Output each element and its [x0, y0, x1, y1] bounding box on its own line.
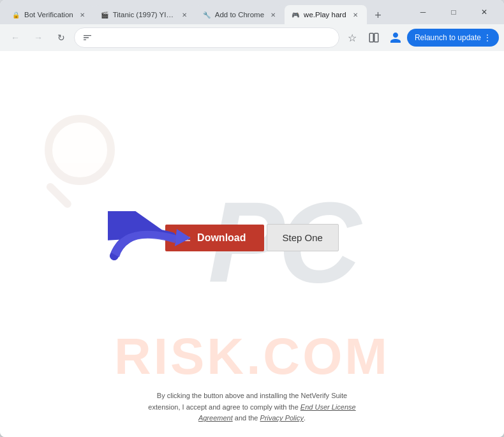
- browser-window: 🔒 Bot Verification ✕ 🎬 Titanic (1997) YI…: [0, 0, 504, 437]
- tab-add-to-chrome[interactable]: 🔧 Add to Chrome ✕: [196, 5, 285, 24]
- tab-close-4[interactable]: ✕: [350, 10, 360, 20]
- address-bar-row: ← → ↻ ☆: [0, 24, 504, 51]
- split-view-button[interactable]: [364, 27, 384, 48]
- curved-arrow: [108, 211, 191, 262]
- tab-bar: 🔒 Bot Verification ✕ 🎬 Titanic (1997) YI…: [5, 0, 403, 24]
- svg-rect-0: [369, 33, 373, 42]
- maximize-button[interactable]: □: [439, 3, 468, 22]
- refresh-button[interactable]: ↻: [51, 27, 71, 48]
- back-button[interactable]: ←: [5, 27, 26, 48]
- tab-title-2: Titanic (1997) YIFY - D...: [113, 11, 175, 19]
- tab-favicon-4: 🎮: [291, 10, 300, 19]
- footer-text: By clicking the button above and install…: [124, 390, 380, 424]
- tab-close-3[interactable]: ✕: [268, 10, 278, 20]
- svg-rect-1: [374, 33, 378, 42]
- footer-line2: extension, I accept and agree to comply …: [148, 403, 300, 411]
- step-one-button[interactable]: Step One: [267, 224, 339, 251]
- profile-button[interactable]: [385, 27, 406, 48]
- address-bar[interactable]: [74, 27, 339, 48]
- tab-close-1[interactable]: ✕: [77, 10, 87, 20]
- cta-row: Download Step One: [165, 224, 339, 251]
- page-content: PC RISK.COM: [0, 51, 504, 437]
- relaunch-button[interactable]: Relaunch to update ⋮: [407, 29, 499, 47]
- download-label: Download: [197, 232, 246, 244]
- close-button[interactable]: ✕: [470, 3, 499, 22]
- new-tab-button[interactable]: +: [369, 6, 387, 24]
- privacy-link[interactable]: Privacy Policy: [260, 414, 304, 422]
- minimize-button[interactable]: ─: [408, 3, 438, 22]
- window-controls: ─ □ ✕: [408, 3, 499, 22]
- footer-and: and the: [233, 414, 260, 422]
- forward-button[interactable]: →: [28, 27, 48, 48]
- main-content: Download Step One: [0, 51, 504, 437]
- tab-title-1: Bot Verification: [24, 11, 73, 19]
- footer-line1: By clicking the button above and install…: [157, 392, 347, 399]
- tab-favicon-1: 🔒: [11, 10, 20, 19]
- tab-bot-verification[interactable]: 🔒 Bot Verification ✕: [5, 5, 94, 24]
- toolbar-right: ☆ Relaunch to update ⋮: [342, 27, 499, 48]
- tab-favicon-3: 🔧: [202, 10, 211, 19]
- tab-title-3: Add to Chrome: [215, 11, 264, 19]
- relaunch-label: Relaunch to update: [415, 33, 481, 42]
- tab-titanic[interactable]: 🎬 Titanic (1997) YIFY - D... ✕: [94, 5, 196, 24]
- bookmark-button[interactable]: ☆: [342, 27, 362, 48]
- tab-we-play-hard[interactable]: 🎮 we.Play hard ✕: [285, 5, 366, 24]
- tune-icon: [82, 33, 93, 43]
- tab-favicon-2: 🎬: [100, 10, 109, 19]
- tab-title-4: we.Play hard: [304, 11, 346, 19]
- footer-period: .: [304, 414, 306, 422]
- tab-close-2[interactable]: ✕: [179, 10, 189, 20]
- title-bar: 🔒 Bot Verification ✕ 🎬 Titanic (1997) YI…: [0, 0, 504, 24]
- step-one-label: Step One: [283, 232, 323, 243]
- svg-marker-3: [175, 229, 191, 246]
- relaunch-menu-icon: ⋮: [484, 33, 491, 42]
